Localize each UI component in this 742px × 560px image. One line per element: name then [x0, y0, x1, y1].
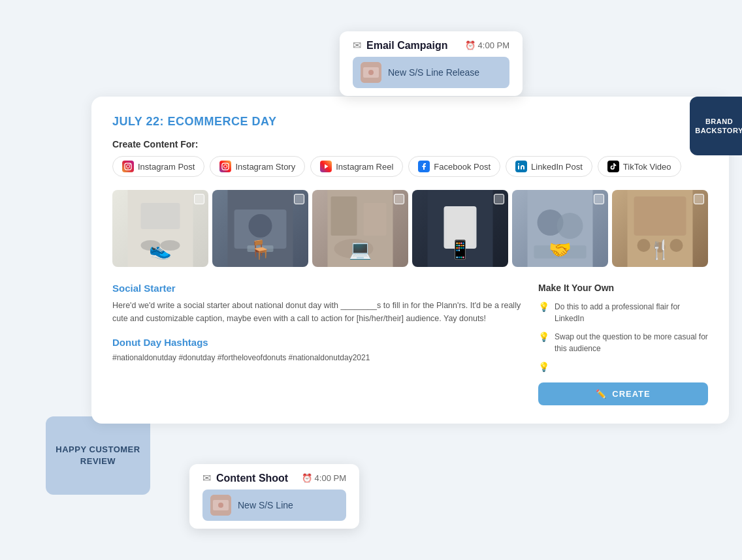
svg-point-5: [129, 164, 131, 165]
tip-text-2: Swap out the question to be more casual …: [555, 331, 708, 354]
svg-marker-8: [325, 164, 329, 169]
hashtags-text: #nationaldonutday #donutday #fortheloveo…: [112, 352, 523, 364]
day-title: JULY 22: ECOMMERCE DAY: [112, 115, 708, 129]
hashtags-title: Donut Day Hashtags: [112, 337, 523, 348]
bottom-card-item[interactable]: New S/S Line: [202, 490, 346, 521]
image-checkbox-5[interactable]: [594, 194, 604, 204]
instagram-story-icon: [219, 161, 231, 172]
tab-instagram-post[interactable]: Instagram Post: [112, 156, 204, 177]
top-card-item[interactable]: New S/S Line Release: [353, 57, 509, 88]
svg-rect-25: [447, 210, 474, 245]
left-column: Social Starter Here'd we'd write a socia…: [112, 283, 523, 405]
image-item-4[interactable]: [412, 190, 508, 267]
svg-point-7: [224, 165, 227, 168]
svg-rect-31: [634, 196, 686, 236]
platform-tabs: Instagram Post Instagram Story Instagram…: [112, 156, 708, 177]
bottom-card-time: ⏰ 4:00 PM: [302, 473, 346, 483]
clock-icon-top: ⏰: [465, 40, 476, 50]
svg-rect-21: [364, 203, 387, 236]
svg-point-34: [670, 239, 683, 252]
bottom-card-title: Content Shoot: [216, 473, 288, 484]
create-icon: ✏️: [596, 389, 607, 399]
svg-point-10: [518, 163, 519, 164]
right-column: Make It Your Own 💡 Do this to add a prof…: [538, 283, 708, 405]
tip-item-3: 💡: [538, 361, 708, 372]
svg-point-13: [141, 240, 161, 251]
svg-rect-20: [331, 196, 357, 236]
tab-instagram-story[interactable]: Instagram Story: [210, 156, 305, 177]
create-button[interactable]: ✏️ CREATE: [538, 382, 708, 405]
create-for-label: Create Content For:: [112, 139, 708, 149]
svg-point-37: [218, 503, 223, 508]
bulb-icon-1: 💡: [538, 302, 549, 312]
image-checkbox-3[interactable]: [394, 194, 404, 204]
svg-point-14: [161, 240, 180, 251]
tab-linkedin-post[interactable]: LinkedIn Post: [506, 156, 592, 177]
happy-customer-block[interactable]: HAPPY CUSTOMER REVIEW: [46, 416, 150, 495]
linkedin-icon: [515, 161, 527, 172]
main-panel: × JULY 22: ECOMMERCE DAY Create Content …: [91, 97, 729, 424]
bottom-floating-card: ✉ Content Shoot ⏰ 4:00 PM New S/S Line: [189, 464, 359, 529]
social-starter-text: Here'd we'd write a social starter about…: [112, 299, 523, 325]
bottom-item-text: New S/S Line: [238, 500, 293, 510]
image-item-3[interactable]: [312, 190, 408, 267]
svg-point-4: [127, 165, 130, 168]
svg-rect-29: [534, 245, 587, 258]
top-item-text: New S/S Line Release: [388, 67, 479, 78]
facebook-icon: [418, 161, 430, 172]
svg-point-17: [249, 214, 272, 238]
image-item-5[interactable]: [512, 190, 608, 267]
image-checkbox-6[interactable]: [694, 194, 704, 204]
tab-facebook-post[interactable]: Facebook Post: [408, 156, 500, 177]
bottom-card-header: ✉ Content Shoot ⏰ 4:00 PM: [202, 472, 346, 484]
top-card-header: ✉ Email Campaign ⏰ 4:00 PM: [353, 39, 509, 52]
image-checkbox-4[interactable]: [494, 194, 504, 204]
top-card-title: Email Campaign: [366, 40, 447, 52]
tip-item-1: 💡 Do this to add a professional flair fo…: [538, 301, 708, 324]
content-two-col: Social Starter Here'd we'd write a socia…: [112, 283, 708, 405]
social-starter-title: Social Starter: [112, 283, 523, 294]
svg-point-28: [557, 213, 583, 239]
top-floating-card: ✉ Email Campaign ⏰ 4:00 PM New S/S Line …: [340, 31, 523, 96]
svg-point-22: [334, 239, 374, 258]
tip-item-2: 💡 Swap out the question to be more casua…: [538, 331, 708, 354]
svg-point-32: [637, 239, 651, 252]
clock-icon-bottom: ⏰: [302, 473, 312, 483]
tab-tiktok-video[interactable]: TikTok Video: [598, 156, 681, 177]
tiktok-icon: [607, 161, 619, 172]
top-item-thumbnail: [361, 62, 381, 83]
svg-rect-18: [248, 245, 274, 252]
svg-point-2: [368, 70, 374, 75]
svg-rect-6: [222, 163, 229, 170]
image-checkbox-1[interactable]: [194, 194, 204, 204]
email-icon: ✉: [353, 39, 361, 52]
bulb-icon-3: 💡: [538, 362, 549, 372]
tip-text-1: Do this to add a professional flair for …: [555, 301, 708, 324]
top-card-time: ⏰ 4:00 PM: [465, 40, 509, 50]
svg-point-33: [655, 242, 666, 253]
image-item-1[interactable]: [112, 190, 208, 267]
svg-rect-9: [518, 166, 519, 170]
image-grid: [112, 190, 708, 267]
instagram-reel-icon: [320, 161, 332, 172]
svg-rect-12: [141, 203, 180, 229]
image-item-2[interactable]: [212, 190, 308, 267]
make-your-own-title: Make It Your Own: [538, 283, 708, 293]
image-checkbox-2[interactable]: [294, 194, 304, 204]
brand-backstory-button[interactable]: BRAND BACKSTORY: [690, 97, 742, 155]
bottom-item-thumbnail: [210, 495, 231, 516]
instagram-icon: [122, 161, 134, 172]
image-item-6[interactable]: [612, 190, 708, 267]
envelope-icon-bottom: ✉: [202, 472, 211, 484]
tab-instagram-reel[interactable]: Instagram Reel: [310, 156, 403, 177]
bulb-icon-2: 💡: [538, 332, 549, 342]
